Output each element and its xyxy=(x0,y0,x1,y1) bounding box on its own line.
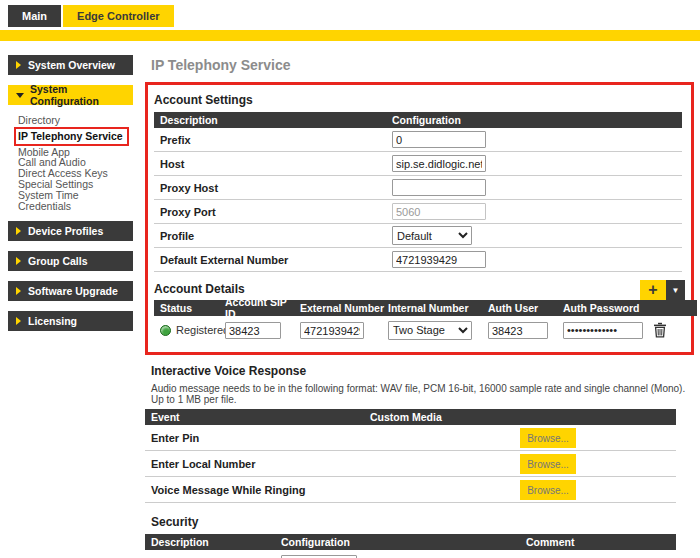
chevron-right-icon xyxy=(16,61,21,69)
account-details-titlebar: Account Details + ▼ xyxy=(154,282,685,296)
sidebar-section-label: Group Calls xyxy=(28,255,88,267)
table-row-prefix: Prefix xyxy=(154,128,682,152)
proxy-host-input[interactable] xyxy=(392,179,486,196)
table-row-host: Host xyxy=(154,152,682,176)
browse-enter-local-number-button[interactable]: Browse... xyxy=(520,454,576,474)
account-settings-header: Description Configuration xyxy=(154,112,682,128)
sidebar-section-system-configuration[interactable]: System Configuration xyxy=(8,85,133,105)
status-text: Registered xyxy=(176,324,229,336)
account-actions-dropdown-button[interactable]: ▼ xyxy=(666,280,685,300)
sidebar-item-directory[interactable]: Directory xyxy=(18,115,133,126)
col-custom-media: Custom Media xyxy=(370,411,442,423)
col-internal-number: Internal Number xyxy=(388,302,488,314)
security-header: Description Configuration Comment xyxy=(145,534,676,550)
col-status: Status xyxy=(160,302,225,314)
tab-edge-controller-label: Edge Controller xyxy=(77,10,160,22)
tab-edge-controller[interactable]: Edge Controller xyxy=(63,5,174,27)
sidebar-section-group-calls[interactable]: Group Calls xyxy=(8,251,133,271)
table-row-proxy-port: Proxy Port xyxy=(154,200,682,224)
chevron-right-icon xyxy=(16,257,21,265)
ivr-header: Event Custom Media xyxy=(145,409,676,425)
browse-voice-message-button[interactable]: Browse... xyxy=(520,480,576,500)
col-description: Description xyxy=(151,536,281,548)
col-event: Event xyxy=(151,411,370,423)
default-external-number-input[interactable] xyxy=(392,251,486,268)
account-row: Registered Two Stage xyxy=(154,316,697,344)
yellow-accent-bar xyxy=(0,30,700,41)
col-auth-user: Auth User xyxy=(488,302,563,314)
col-configuration: Configuration xyxy=(281,536,526,548)
sidebar-section-software-upgrade[interactable]: Software Upgrade xyxy=(8,281,133,301)
table-row-proxy-host: Proxy Host xyxy=(154,176,682,200)
col-auth-password: Auth Password xyxy=(563,302,691,314)
ivr-table: Event Custom Media Enter Pin Browse... E… xyxy=(145,409,676,503)
pin-code-input[interactable] xyxy=(281,555,357,558)
ivr-section: Interactive Voice Response Audio message… xyxy=(145,364,694,503)
page-title: IP Telephony Service xyxy=(151,57,694,73)
row-label: Proxy Host xyxy=(160,182,392,194)
tab-main-label: Main xyxy=(22,10,47,22)
row-label: Prefix xyxy=(160,134,392,146)
registered-status-icon xyxy=(160,325,171,336)
delete-account-trash-icon[interactable] xyxy=(653,322,667,338)
sidebar-section-system-overview[interactable]: System Overview xyxy=(8,55,133,75)
table-row-default-external-number: Default External Number xyxy=(154,248,682,272)
account-settings-title: Account Settings xyxy=(154,93,685,107)
browse-enter-pin-button[interactable]: Browse... xyxy=(520,428,576,448)
status-cell: Registered xyxy=(160,324,225,336)
content-area: System Overview System Configuration Dir… xyxy=(0,41,700,558)
table-row-profile: Profile Default xyxy=(154,224,682,248)
annotation-box-accounts: Account Settings Description Configurati… xyxy=(145,82,694,355)
sidebar-section-label: System Configuration xyxy=(30,83,125,107)
sidebar-section-device-profiles[interactable]: Device Profiles xyxy=(8,221,133,241)
account-sip-id-input[interactable] xyxy=(225,322,281,339)
col-description: Description xyxy=(160,114,392,126)
sidebar-section-label: Device Profiles xyxy=(28,225,103,237)
sidebar-item-system-time[interactable]: System Time xyxy=(18,190,133,201)
add-account-button[interactable]: + xyxy=(640,280,666,300)
col-configuration: Configuration xyxy=(392,114,461,126)
profile-select[interactable]: Default xyxy=(392,226,472,245)
ivr-title: Interactive Voice Response xyxy=(151,364,694,378)
top-tab-bar: Main Edge Controller xyxy=(0,0,700,27)
row-label: Enter Pin xyxy=(151,432,199,444)
chevron-down-icon xyxy=(16,93,24,98)
auth-user-input[interactable] xyxy=(488,322,548,339)
row-label: Default External Number xyxy=(160,254,392,266)
table-row-voice-message-while-ringing: Voice Message While Ringing Browse... xyxy=(145,477,676,503)
security-table: Description Configuration Comment Pin Co… xyxy=(145,534,676,558)
sidebar-item-ip-telephony-service[interactable]: IP Telephony Service xyxy=(14,127,129,146)
table-row-pin-code: Pin Code Optional xyxy=(145,550,676,558)
sidebar-section-label: System Overview xyxy=(28,59,115,71)
security-section: Security Description Configuration Comme… xyxy=(145,515,694,558)
prefix-input[interactable] xyxy=(392,131,486,148)
internal-number-select[interactable]: Two Stage xyxy=(388,321,472,340)
row-label: Proxy Port xyxy=(160,206,392,218)
col-account-sip-id: Account SIP ID xyxy=(225,296,300,320)
chevron-right-icon xyxy=(16,287,21,295)
col-external-number: External Number xyxy=(300,302,388,314)
host-input[interactable] xyxy=(392,155,486,172)
row-label: Enter Local Number xyxy=(151,458,256,470)
edge-controller-page: Main Edge Controller System Overview Sys… xyxy=(0,0,700,558)
security-title: Security xyxy=(151,515,694,529)
sidebar-section-licensing[interactable]: Licensing xyxy=(8,311,133,331)
table-row-enter-local-number: Enter Local Number Browse... xyxy=(145,451,676,477)
account-details-table: Status Account SIP ID External Number In… xyxy=(154,300,697,344)
account-settings-table: Description Configuration Prefix Host Pr… xyxy=(154,112,682,272)
auth-password-input[interactable] xyxy=(563,322,643,339)
account-details-title: Account Details xyxy=(154,282,245,296)
chevron-right-icon xyxy=(16,317,21,325)
row-label: Host xyxy=(160,158,392,170)
external-number-input[interactable] xyxy=(300,322,364,339)
sidebar-config-list: Directory IP Telephony Service Mobile Ap… xyxy=(8,113,133,221)
sidebar: System Overview System Configuration Dir… xyxy=(8,55,133,558)
tab-main[interactable]: Main xyxy=(8,5,61,27)
chevron-right-icon xyxy=(16,227,21,235)
sidebar-section-label: Software Upgrade xyxy=(28,285,118,297)
proxy-port-input xyxy=(392,203,486,220)
row-label: Profile xyxy=(160,230,392,242)
account-details-header: Status Account SIP ID External Number In… xyxy=(154,300,697,316)
ivr-format-note: Audio message needs to be in the followi… xyxy=(151,383,694,405)
sidebar-item-credentials[interactable]: Credentials xyxy=(18,201,133,212)
